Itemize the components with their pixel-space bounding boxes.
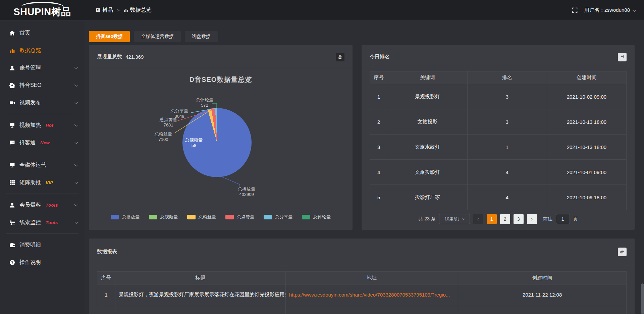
- table-cell: 4: [467, 185, 547, 210]
- sidebar-divider: [6, 114, 78, 114]
- tab-media-operation-data[interactable]: 全媒体运营数据: [134, 31, 181, 42]
- breadcrumb-item-current[interactable]: 数据总览: [124, 7, 152, 14]
- sidebar-item-badge: VIP: [46, 180, 53, 185]
- chevron-down-icon: [74, 123, 78, 126]
- legend-swatch: [225, 215, 234, 219]
- page-button-1[interactable]: 1: [487, 214, 497, 224]
- table-cell: 4: [370, 160, 388, 185]
- sidebar-item-badge: Hot: [46, 123, 53, 128]
- pagination: 共 23 条 10条/页 ‹ 123 › 前往 页: [362, 214, 635, 224]
- breadcrumb-item-home[interactable]: 树品: [96, 7, 113, 14]
- table-row: 1景观投影灯32021-10-02 09:00: [370, 84, 627, 109]
- overview-card-header: 展现量总数: 421,369 总: [89, 45, 353, 69]
- sidebar-item-label: 视频加热: [19, 122, 41, 129]
- sidebar-item-account-manage[interactable]: 账号管理: [0, 59, 85, 76]
- sidebar-item-operation-guide[interactable]: ?操作说明: [0, 254, 85, 271]
- sidebar-item-video-publish[interactable]: 视频发布: [0, 94, 85, 111]
- sidebar-item-label: 消费明细: [19, 242, 41, 249]
- legend-swatch: [149, 215, 157, 219]
- sidebar-item-label: 全媒体运营: [19, 162, 46, 169]
- table-cell: 5: [370, 185, 388, 210]
- table-row: 1景观投影灯，夜游景观投影灯厂家展示展示落花灯在花园里的灯光投影应用效果 #ht…: [97, 284, 627, 305]
- total-badge-button[interactable]: 总: [336, 53, 344, 61]
- column-header: 关键词: [388, 71, 467, 84]
- legend-label: 总分享量: [275, 214, 292, 220]
- sidebar-menu: 首页数据总览账号管理抖音SEO视频发布视频加热Hot抖客通New全媒体运营矩阵助…: [0, 21, 85, 314]
- total-count-label: 共 23 条: [418, 216, 435, 222]
- sidebar-item-douyin-seo[interactable]: 抖音SEO: [0, 76, 85, 94]
- table-cell: 2: [370, 109, 388, 135]
- legend-swatch: [111, 215, 119, 219]
- sidebar-item-label: 会员爆客: [19, 202, 41, 209]
- day-badge-button[interactable]: 日: [618, 53, 627, 61]
- table-cell: [97, 305, 115, 314]
- legend-item[interactable]: 总分享量: [264, 214, 292, 220]
- legend-label: 总粉丝量: [199, 214, 216, 220]
- panel-icon: [96, 8, 100, 12]
- table-cell: 3: [467, 84, 547, 109]
- tab-douyin-seo-data[interactable]: 抖音seo数据: [89, 31, 130, 42]
- sidebar-item-label: 视频发布: [19, 99, 41, 106]
- table-badge-button[interactable]: 表: [618, 248, 627, 256]
- table-cell: 文旅投影灯: [388, 160, 467, 185]
- bar-chart-icon: [9, 48, 15, 53]
- next-page-button[interactable]: ›: [527, 214, 537, 224]
- legend-swatch: [264, 215, 272, 219]
- chevron-down-icon: [74, 65, 78, 69]
- page-button-2[interactable]: 2: [500, 214, 510, 224]
- report-card-title: 数据报表: [97, 249, 117, 255]
- column-header: 序号: [97, 272, 115, 284]
- chevron-down-icon: [74, 220, 78, 224]
- data-tabs: 抖音seo数据 全媒体运营数据 询盘数据: [89, 31, 635, 42]
- seo-pie-chart: D音SEO数据量总览 总评论量572总分享量3049总点赞量7681总粉丝量71…: [89, 69, 353, 230]
- chevron-down-icon: [74, 203, 78, 206]
- legend-swatch: [302, 215, 310, 219]
- video-link[interactable]: https://www.iesdouyin.com/share/video/70…: [285, 284, 458, 305]
- table-cell: 投影灯厂家: [388, 185, 467, 210]
- column-header: 地址: [285, 272, 458, 284]
- pie-slice-label: 总评论量572: [196, 97, 213, 108]
- sidebar-item-consumption-detail[interactable]: 消费明细: [0, 236, 85, 254]
- sidebar-item-media-operation[interactable]: 全媒体运营: [0, 156, 85, 174]
- page-button-3[interactable]: 3: [514, 214, 524, 224]
- prev-page-button[interactable]: ‹: [473, 214, 483, 224]
- legend-item[interactable]: 总粉丝量: [187, 214, 216, 220]
- legend-item[interactable]: 总播放量: [111, 214, 140, 220]
- sidebar-item-douketong[interactable]: 抖客通New: [0, 134, 85, 151]
- sidebar-item-home[interactable]: 首页: [0, 24, 85, 42]
- sidebar-divider: [6, 154, 78, 154]
- sidebar-item-video-heat[interactable]: 视频加热Hot: [0, 116, 85, 134]
- sidebar-item-badge: New: [40, 140, 50, 145]
- report-card: 数据报表 表 序号标题地址创建时间1景观投影灯，夜游景观投影灯厂家展示展示落花灯…: [89, 239, 635, 314]
- table-row: 4文旅投影灯42021-10-01 09:00: [370, 160, 627, 185]
- chevron-down-icon: [633, 8, 636, 11]
- fullscreen-icon[interactable]: [572, 7, 578, 13]
- sidebar-item-label: 账号管理: [19, 64, 41, 71]
- table-cell: 2021-10-01 09:00: [547, 160, 626, 185]
- app-logo[interactable]: SHUPIN树品: [0, 0, 85, 20]
- sidebar-item-member-burst[interactable]: 会员爆客Tools: [0, 196, 85, 214]
- sidebar-item-matrix-boost[interactable]: 矩阵助推VIP: [0, 174, 85, 191]
- page-scrollbar[interactable]: [641, 283, 644, 314]
- grid-icon: [9, 180, 15, 186]
- chevron-down-icon: [74, 140, 78, 144]
- sidebar-item-label: 操作说明: [19, 259, 41, 266]
- legend-item[interactable]: 总点赞量: [225, 214, 254, 220]
- sidebar-item-leads-monitor[interactable]: 线索监控Tools: [0, 214, 85, 231]
- table-cell: 2021-10-13 18:00: [547, 135, 626, 160]
- topbar-right: 用户名：zswodun88: [572, 7, 635, 13]
- sidebar-divider: [6, 233, 78, 234]
- legend-item[interactable]: 总评论量: [302, 214, 331, 220]
- sidebar-item-data-overview[interactable]: 数据总览: [0, 42, 85, 59]
- ranking-card: 今日排名 日 序号关键词排名创建时间1景观投影灯32021-10-02 09:0…: [362, 45, 635, 230]
- page-size-select[interactable]: 10条/页: [439, 214, 470, 224]
- table-cell: 景观投影灯: [388, 84, 467, 109]
- logo-text: SHUPIN树品: [13, 5, 71, 19]
- tab-inquiry-data[interactable]: 询盘数据: [185, 31, 218, 42]
- legend-item[interactable]: 总视频量: [149, 214, 178, 220]
- report-card-header: 数据报表 表: [89, 239, 635, 265]
- goto-page-input[interactable]: [556, 214, 570, 224]
- ranking-card-title: 今日排名: [370, 54, 390, 60]
- chevron-down-icon: [74, 163, 78, 166]
- user-menu[interactable]: 用户名：zswodun88: [584, 7, 635, 13]
